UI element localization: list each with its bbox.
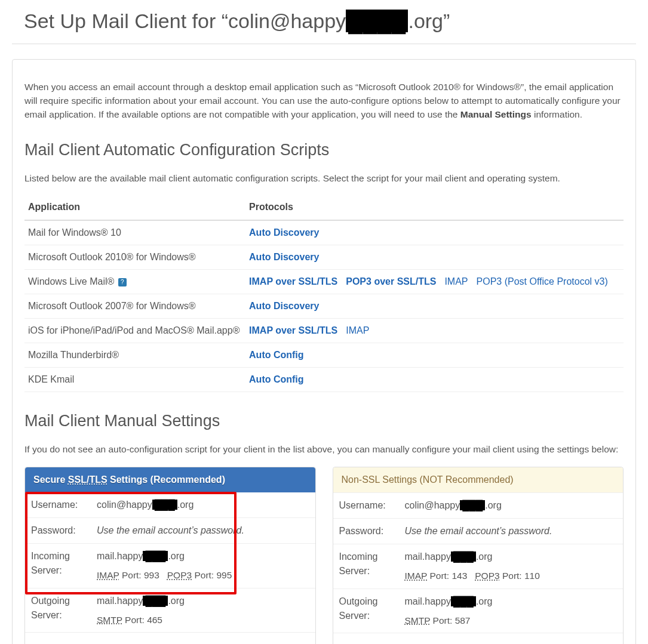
nonssl-smtp-label: SMTP bbox=[405, 615, 431, 625]
protocols-cell: Auto Config bbox=[245, 368, 624, 392]
protocol-link[interactable]: POP3 over SSL/TLS bbox=[346, 276, 436, 286]
ssl-imap-port: Port: 993 bbox=[119, 570, 159, 580]
ssl-incoming-label: Incoming Server: bbox=[25, 544, 91, 588]
nonssl-pop3-label: POP3 bbox=[475, 571, 499, 581]
ssl-header-suffix: Settings (Recommended) bbox=[108, 474, 225, 485]
protocol-link[interactable]: IMAP bbox=[444, 276, 468, 286]
protocol-link[interactable]: Auto Config bbox=[249, 350, 304, 360]
nonssl-smtp-port: Port: 587 bbox=[430, 615, 470, 625]
nonssl-imap-label: IMAP bbox=[405, 571, 428, 581]
help-icon[interactable]: ? bbox=[118, 278, 127, 286]
nonssl-outgoing-value: mail.happy███.org SMTP Port: 587 bbox=[399, 588, 624, 633]
col-application: Application bbox=[24, 195, 245, 220]
nonssl-footer: IMAP, POP3, and SMTP require authenticat… bbox=[333, 633, 624, 644]
nonssl-password-value: Use the email account’s password. bbox=[399, 519, 624, 544]
nonssl-password-label: Password: bbox=[333, 519, 399, 544]
nonssl-settings-header: Non-SSL Settings (NOT Recommended) bbox=[333, 467, 624, 493]
intro-bold: Manual Settings bbox=[460, 109, 532, 119]
ssl-outgoing-value: mail.happy███.org SMTP Port: 465 bbox=[91, 588, 315, 632]
nonssl-username-label: Username: bbox=[333, 493, 399, 519]
ssl-incoming-value: mail.happy███.org IMAP Port: 993 POP3 Po… bbox=[91, 544, 315, 588]
intro-after: information. bbox=[532, 109, 582, 119]
auto-config-heading: Mail Client Automatic Configuration Scri… bbox=[24, 138, 624, 162]
table-row: Mozilla Thunderbird® Auto Config bbox=[24, 343, 624, 368]
app-cell: Mail for Windows® 10 bbox=[24, 220, 245, 245]
title-redacted: ████ bbox=[346, 10, 408, 32]
protocol-link[interactable]: Auto Discovery bbox=[249, 252, 319, 262]
table-row: KDE Kmail Auto Config bbox=[24, 368, 624, 392]
protocol-link[interactable]: Auto Config bbox=[249, 374, 304, 384]
nonssl-settings-box: Non-SSL Settings (NOT Recommended) Usern… bbox=[333, 467, 624, 644]
app-cell: iOS for iPhone/iPad/iPod and MacOS® Mail… bbox=[24, 319, 245, 343]
ssl-password-label: Password: bbox=[25, 518, 91, 544]
protocols-cell: Auto Discovery bbox=[245, 220, 624, 245]
ssl-smtp-label: SMTP bbox=[97, 615, 122, 625]
ssl-settings-header: Secure SSL/TLS Settings (Recommended) bbox=[25, 467, 315, 492]
table-row: iOS for iPhone/iPad/iPod and MacOS® Mail… bbox=[24, 319, 624, 343]
ssl-smtp-port: Port: 465 bbox=[122, 615, 162, 625]
nonssl-username-value: colin@happy███.org bbox=[399, 493, 624, 519]
app-cell: KDE Kmail bbox=[24, 368, 245, 392]
title-suffix: .org” bbox=[408, 10, 450, 32]
ssl-header-abbr: SSL/TLS bbox=[68, 474, 108, 485]
protocol-link[interactable]: POP3 (Post Office Protocol v3) bbox=[477, 276, 608, 286]
page-title: Set Up Mail Client for “colin@happy████.… bbox=[12, 0, 636, 44]
protocols-cell: IMAP over SSL/TLSPOP3 over SSL/TLSIMAPPO… bbox=[245, 270, 624, 294]
nonssl-imap-port: Port: 143 bbox=[427, 571, 467, 581]
col-protocols: Protocols bbox=[245, 195, 624, 220]
protocols-cell: Auto Discovery bbox=[245, 245, 624, 270]
app-cell: Microsoft Outlook 2007® for Windows® bbox=[24, 294, 245, 319]
ssl-header-prefix: Secure bbox=[33, 474, 68, 485]
ssl-password-value: Use the email account’s password. bbox=[91, 518, 315, 544]
protocol-link[interactable]: IMAP bbox=[346, 325, 369, 335]
protocols-cell: Auto Config bbox=[245, 343, 624, 368]
ssl-pop3-label: POP3 bbox=[167, 570, 192, 580]
intro-text: When you access an email account through… bbox=[24, 80, 624, 122]
protocol-link[interactable]: IMAP over SSL/TLS bbox=[249, 276, 337, 286]
app-cell: Microsoft Outlook 2010® for Windows® bbox=[24, 245, 245, 270]
ssl-outgoing-label: Outgoing Server: bbox=[25, 588, 91, 632]
table-row: Mail for Windows® 10 Auto Discovery bbox=[24, 220, 624, 245]
table-row: Windows Live Mail® ?IMAP over SSL/TLSPOP… bbox=[24, 270, 624, 294]
ssl-username-value: colin@happy███.org bbox=[91, 492, 315, 518]
nonssl-incoming-value: mail.happy███.org IMAP Port: 143 POP3 Po… bbox=[399, 544, 624, 588]
ssl-imap-label: IMAP bbox=[97, 570, 119, 580]
ssl-username-label: Username: bbox=[25, 492, 91, 518]
auto-config-subtext: Listed below are the available mail clie… bbox=[24, 171, 624, 185]
protocols-cell: Auto Discovery bbox=[245, 294, 624, 319]
manual-settings-heading: Mail Client Manual Settings bbox=[24, 409, 624, 433]
ssl-pop3-port: Port: 995 bbox=[192, 570, 232, 580]
ssl-settings-box: Secure SSL/TLS Settings (Recommended) Us… bbox=[24, 467, 316, 644]
manual-settings-subtext: If you do not see an auto-configuration … bbox=[24, 442, 624, 456]
app-cell: Windows Live Mail® ? bbox=[24, 270, 245, 294]
nonssl-incoming-label: Incoming Server: bbox=[333, 544, 399, 588]
scripts-table: Application Protocols Mail for Windows® … bbox=[24, 195, 624, 392]
ssl-footer: IMAP, POP3, and SMTP require authenticat… bbox=[25, 632, 315, 644]
nonssl-pop3-port: Port: 110 bbox=[500, 571, 540, 581]
table-row: Microsoft Outlook 2007® for Windows® Aut… bbox=[24, 294, 624, 319]
protocols-cell: IMAP over SSL/TLSIMAP bbox=[245, 319, 624, 343]
protocol-link[interactable]: Auto Discovery bbox=[249, 227, 319, 238]
title-prefix: Set Up Mail Client for “colin@happy bbox=[24, 10, 346, 32]
table-row: Microsoft Outlook 2010® for Windows® Aut… bbox=[24, 245, 624, 270]
main-panel: When you access an email account through… bbox=[12, 59, 636, 644]
protocol-link[interactable]: Auto Discovery bbox=[249, 301, 319, 311]
app-cell: Mozilla Thunderbird® bbox=[24, 343, 245, 368]
nonssl-outgoing-label: Outgoing Server: bbox=[333, 588, 399, 633]
protocol-link[interactable]: IMAP over SSL/TLS bbox=[249, 325, 337, 335]
